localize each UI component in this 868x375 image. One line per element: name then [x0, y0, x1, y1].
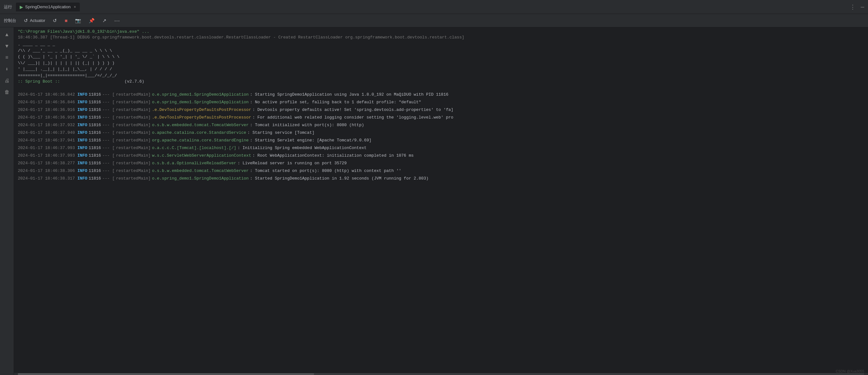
more-button[interactable]: ⋯ — [112, 16, 122, 25]
tab-title: SpringDemo1Application — [25, 4, 70, 9]
banner-line-2: /\\ / ___'_ __ _ _(_)_ __ __ _ \ \ \ \ — [18, 48, 864, 54]
tab-close-button[interactable]: × — [74, 5, 76, 9]
scrollbar-thumb[interactable] — [18, 373, 314, 375]
log-pid: 11816 — [89, 122, 101, 129]
log-thread: restartedMain] — [116, 130, 151, 136]
tab-run-icon: ▶ — [20, 4, 23, 9]
stop-icon: ■ — [65, 18, 67, 23]
log-level: INFO — [77, 153, 87, 159]
screenshot-button[interactable]: 📷 — [72, 17, 84, 25]
log-timestamp: 2024-01-17 18:46:38.277 — [18, 160, 75, 167]
cmd-line: "C:\Program Files\Java\jdk1.8.0_192\bin\… — [14, 29, 868, 35]
log-line: 2024-01-17 18:46:36.916INFO11816--- [res… — [14, 114, 868, 122]
watermark: CSDN @Xua3055 — [836, 369, 864, 373]
log-message: : Initializing Spring embedded WebApplic… — [238, 145, 367, 152]
log-logger: .e.DevToolsPropertyDefaultsPostProcessor — [152, 115, 251, 121]
banner-line-3: ( ( )\___ | '_ | '_| | '_ \/ _` | \ \ \ … — [18, 54, 864, 60]
log-level: INFO — [77, 115, 87, 121]
debug-text: 18:46:36.387 [Thread-1] DEBUG org.spring… — [18, 35, 464, 40]
log-timestamp: 2024-01-17 18:46:38.306 — [18, 168, 75, 175]
log-pid: 11816 — [89, 137, 101, 144]
console-area: "C:\Program Files\Java\jdk1.8.0_192\bin\… — [14, 27, 868, 375]
log-pid: 11816 — [89, 92, 101, 98]
scrollbar-track[interactable] — [18, 373, 864, 375]
log-logger: o.s.b.d.a.OptionalLiveReloadServer — [152, 160, 236, 167]
toolbar: 控制台 ↺ Actuator ↺ ■ 📷 📌 ↗ ⋯ — [0, 14, 868, 27]
log-message: : Starting Servlet engine: [Apache Tomca… — [250, 137, 371, 144]
log-pid: 11816 — [89, 176, 101, 182]
spacer — [14, 86, 868, 91]
log-pid: 11816 — [89, 153, 101, 159]
log-line: 2024-01-17 18:46:37.993INFO11816--- [res… — [14, 145, 868, 152]
log-sep: --- [ — [102, 153, 115, 159]
log-logger: o.e.spring_demo1.SpringDemo1Application — [152, 176, 249, 182]
minimize-icon[interactable]: — — [861, 4, 864, 10]
log-level: INFO — [77, 130, 87, 136]
log-line: 2024-01-17 18:46:36.846INFO11816--- [res… — [14, 99, 868, 106]
log-thread: restartedMain] — [116, 168, 151, 175]
spring-banner: . ____ _ __ _ _ /\\ / ___'_ __ _ _(_)_ _… — [14, 40, 868, 86]
log-sep: --- [ — [102, 92, 115, 98]
log-logger: w.s.c.ServletWebServerApplicationContext — [152, 153, 251, 159]
debug-line: 18:46:36.387 [Thread-1] DEBUG org.spring… — [14, 35, 868, 40]
log-logger: .e.DevToolsPropertyDefaultsPostProcessor — [152, 107, 251, 114]
stop-button[interactable]: ■ — [62, 17, 70, 25]
log-message: : Starting service [Tomcat] — [247, 130, 314, 136]
log-timestamp: 2024-01-17 18:46:36.916 — [18, 115, 75, 121]
log-line: 2024-01-17 18:46:37.940INFO11816--- [res… — [14, 129, 868, 137]
log-pid: 11816 — [89, 107, 101, 114]
log-sep: --- [ — [102, 145, 115, 152]
log-logger: o.s.b.w.embedded.tomcat.TomcatWebServer — [152, 168, 249, 175]
log-pid: 11816 — [89, 99, 101, 106]
log-timestamp: 2024-01-17 18:46:38.317 — [18, 176, 75, 182]
actuator-button[interactable]: ↺ Actuator — [21, 17, 48, 25]
log-line: 2024-01-17 18:46:37.932INFO11816--- [res… — [14, 122, 868, 129]
title-right-actions: ⋮ — — [850, 3, 864, 10]
external-button[interactable]: ↗ — [100, 17, 109, 25]
scroll-up-button[interactable]: ▲ — [2, 30, 12, 40]
log-message: : No active profile set, falling back to… — [250, 99, 421, 106]
log-thread: restartedMain] — [116, 137, 151, 144]
log-level: INFO — [77, 168, 87, 175]
banner-line-6: =========|_|===============|___/=/_/_/_/ — [18, 72, 864, 79]
log-logger: o.e.spring_demo1.SpringDemo1Application — [152, 99, 249, 106]
log-sep: --- [ — [102, 107, 115, 114]
log-thread: restartedMain] — [116, 115, 151, 121]
scroll-down-button[interactable]: ▼ — [2, 41, 12, 52]
log-timestamp: 2024-01-17 18:46:37.932 — [18, 122, 75, 129]
run-label: 运行 — [4, 4, 12, 10]
log-sep: --- [ — [102, 176, 115, 182]
log-pid: 11816 — [89, 168, 101, 175]
actuator-label: Actuator — [30, 18, 45, 23]
log-thread: restartedMain] — [116, 92, 151, 98]
log-thread: restartedMain] — [116, 176, 151, 182]
log-thread: restartedMain] — [116, 153, 151, 159]
log-sep: --- [ — [102, 130, 115, 136]
log-level: INFO — [77, 107, 87, 114]
log-timestamp: 2024-01-17 18:46:37.993 — [18, 145, 75, 152]
more-options-icon[interactable]: ⋮ — [850, 3, 856, 10]
log-level: INFO — [77, 99, 87, 106]
clear-button[interactable]: 🗑 — [2, 87, 12, 97]
log-line: 2024-01-17 18:46:37.993INFO11816--- [res… — [14, 152, 868, 160]
log-level: INFO — [77, 160, 87, 167]
console-sidebar: ▲ ▼ ≡ ⬇ 🖨 🗑 — [0, 27, 14, 375]
restart-icon: ↺ — [53, 18, 57, 24]
log-logger: o.a.c.c.C.[Tomcat].[localhost].[/] — [152, 145, 236, 152]
soft-wrap-button[interactable]: ≡ — [2, 53, 12, 63]
log-thread: restartedMain] — [116, 99, 151, 106]
print-button[interactable]: 🖨 — [2, 75, 12, 86]
log-lines-container: 2024-01-17 18:46:36.842INFO11816--- [res… — [14, 91, 868, 183]
log-line: 2024-01-17 18:46:36.916INFO11816--- [res… — [14, 106, 868, 114]
log-timestamp: 2024-01-17 18:46:37.993 — [18, 153, 75, 159]
pin-button[interactable]: 📌 — [86, 17, 97, 25]
log-level: INFO — [77, 122, 87, 129]
log-thread: restartedMain] — [116, 122, 151, 129]
restart-button[interactable]: ↺ — [50, 17, 59, 25]
active-tab[interactable]: ▶ SpringDemo1Application × — [16, 3, 80, 11]
log-line: 2024-01-17 18:46:36.842INFO11816--- [res… — [14, 91, 868, 99]
log-thread: restartedMain] — [116, 145, 151, 152]
scroll-to-end-button[interactable]: ⬇ — [2, 64, 12, 74]
log-message: : For additional web related logging con… — [252, 115, 454, 121]
log-timestamp: 2024-01-17 18:46:37.940 — [18, 130, 75, 136]
